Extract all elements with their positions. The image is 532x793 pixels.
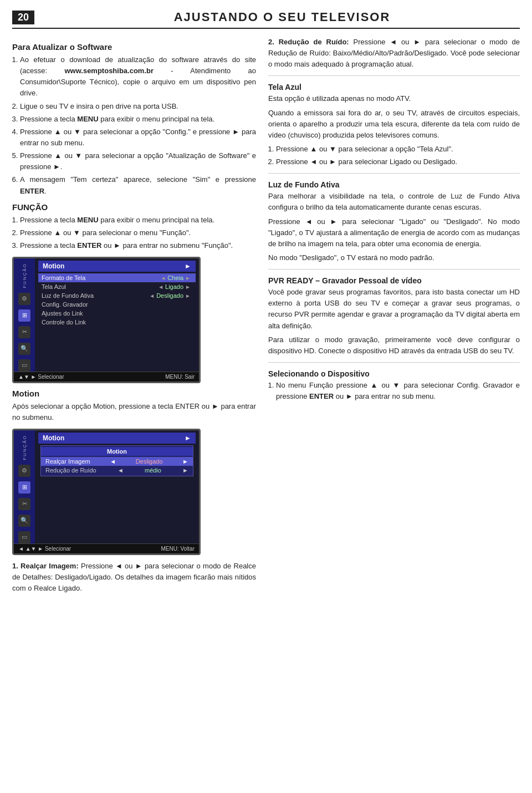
tv2-subitem-0-name: Realçar Imagem [45,458,90,465]
tv-screen-1-inner: FUNÇÃO ⚙ ⊞ ✂ 🔍 ▭ Motion ► [14,258,199,382]
tv1-item-5-name: Controle do Link [42,319,192,326]
list-item: Pressione ▲ ou ▼ para selecionar a opção… [20,126,256,149]
tv2-icon-2: ✂ [18,498,30,510]
list-item: Pressione ◄ ou ► para selecionar Ligado … [276,156,520,167]
tv1-sidebar: FUNÇÃO ⚙ ⊞ ✂ 🔍 ▭ [14,258,35,372]
tv2-menu-title-text: Motion [43,434,64,442]
list-item: Ao efetuar o download de atualização do … [20,54,256,99]
pvr-heading: PVR READY – Gravador Pessoal de vídeo [268,276,520,285]
list-item: Pressione a tecla MENU para exibir o men… [20,114,256,125]
tv2-subitem-1-arrr: ► [182,467,188,474]
tv1-bottom-bar: ▲▼ ► Selecionar MENU: Sair [14,372,199,382]
tv2-icon-3: 🔍 [18,515,30,527]
realcar-text: 1. Realçar Imagem: Pressione ◄ ou ► para… [12,561,256,594]
tela-azul-list: Pressione ▲ ou ▼ para selecionar a opção… [276,144,520,167]
tv2-content: FUNÇÃO ⚙ ⊞ ✂ 🔍 ▭ Motion ► [14,430,199,543]
pvr-heading-text: PVR READY – Gravador Pessoal de vídeo [268,276,422,285]
list-item: Pressione a tecla ENTER ou ► para entrar… [20,240,256,251]
tv1-icon-4: ▭ [18,359,30,372]
list-item: No menu Função pressione ▲ ou ▼ para sel… [276,380,520,402]
reducao-heading: 2. Redução de Ruído: [268,38,354,46]
selecionando-heading-text: Selecionando o Dispositivo [268,369,370,378]
tv2-icon-4: ▭ [18,531,30,543]
luz-fundo-text3: No modo "Desligado", o TV estará no modo… [268,252,520,263]
page-title: AJUSTANDO O SEU TELEVISOR [44,10,520,24]
tv2-menu-title: Motion ► [38,433,196,444]
tv2-subitem-1: Redução de Ruído ◄ médio ► [41,466,193,475]
tv2-sidebar: FUNÇÃO ⚙ ⊞ ✂ 🔍 ▭ [14,430,35,543]
content-columns: Para Atualizar o Software Ao efetuar o d… [12,37,520,597]
tv1-item-5: Controle do Link [38,318,196,327]
list-item: Ligue o seu TV e insira o pen drive na p… [20,101,256,112]
tv1-item-0: Formato de Tela ◄ Cheia ► [38,273,196,282]
tv1-icon-2: ✂ [18,326,30,338]
section1-heading: Para Atualizar o Software [12,42,256,52]
tv1-icon-1: ⊞ [18,309,30,322]
tv2-subitem-0-arrl: ◄ [110,458,116,465]
tv2-icon-0: ⚙ [18,465,30,477]
tela-azul-heading: Tela Azul [268,83,520,92]
tv1-item-2: Luz de Fundo Ativa ◄ Desligado ► [38,291,196,300]
right-column: 2. Redução de Ruído: Pressione ◄ ou ► pa… [268,37,520,597]
tela-azul-text1: Esta opção é utilizada apenas no modo AT… [268,93,520,104]
page-header: 20 AJUSTANDO O SEU TELEVISOR [12,10,520,29]
tv1-item-1-name: Tela Azul [42,283,156,290]
tv2-bottom-right: MENU: Voltar [161,546,195,552]
tv-screen-2-inner: FUNÇÃO ⚙ ⊞ ✂ 🔍 ▭ Motion ► [14,430,199,553]
tv2-subitem-1-val: médio [145,467,161,474]
list-item: Pressione ▲ ou ▼ para selecionar a opção… [276,144,520,155]
page-number: 20 [12,11,34,24]
tv1-item-1: Tela Azul ◄ Ligado ► [38,282,196,291]
pvr-text2: Para utilizar o modo gravação, primeiram… [268,334,520,357]
divider-1 [268,75,520,76]
tv1-item-3: Config. Gravador [38,300,196,309]
tv2-submenu-title: Motion [41,447,193,456]
tv1-item-1-arrl: ◄ [158,284,163,290]
list-item: Pressione ▲ ou ▼ para selecionar a opção… [20,150,256,172]
tv1-bottom-right: MENU: Sair [165,374,195,380]
tv2-subitem-1-name: Redução de Ruído [45,467,96,474]
tv1-item-4-name: Ajustes do Link [42,310,192,317]
tv1-item-0-arrr: ► [185,275,191,281]
tv2-subitem-0-arrr: ► [182,458,188,465]
tv2-bottom-left: ◄ ▲▼ ► Selecionar [18,546,71,552]
luz-fundo-heading: Luz de Fundo Ativa [268,180,520,189]
luz-fundo-text2: Pressione ◄ ou ► para selecionar "Ligado… [268,216,520,250]
tv2-bottom-bar: ◄ ▲▼ ► Selecionar MENU: Voltar [14,543,199,553]
tv1-item-0-name: Formato de Tela [42,274,158,281]
tv1-main: Motion ► Formato de Tela ◄ Cheia ► Tela … [35,258,199,372]
tv1-icon-0: ⚙ [18,293,30,305]
tv1-item-4: Ajustes do Link [38,309,196,318]
tv-screen-1: FUNÇÃO ⚙ ⊞ ✂ 🔍 ▭ Motion ► [12,257,201,383]
pvr-text1: Você pode gravar seus programas favorito… [268,287,520,332]
tv1-item-2-name: Luz de Fundo Ativa [42,292,147,299]
tv1-item-1-val: Ligado [165,283,183,290]
tv2-subitem-0-val: Desligado [136,458,163,465]
page-container: 20 AJUSTANDO O SEU TELEVISOR Para Atuali… [0,0,532,607]
tv2-sidebar-label: FUNÇÃO [22,435,27,460]
tv2-main: Motion ► Motion Realçar Imagem ◄ Desliga… [35,430,199,543]
tv1-item-1-arrr: ► [185,284,191,290]
tv1-menu-title-text: Motion [43,262,64,270]
tv1-item-2-arrr: ► [185,293,191,299]
section2-list: Pressione a tecla MENU para exibir o men… [20,215,256,251]
tv2-icon-1: ⊞ [18,481,30,494]
tv1-item-2-arrl: ◄ [149,293,155,299]
tv1-bottom-left: ▲▼ ► Selecionar [18,374,64,380]
tv1-item-0-arrl: ◄ [160,275,166,281]
section1-list: Ao efetuar o download de atualização do … [20,54,256,197]
realcar-heading: 1. Realçar Imagem: [12,562,81,570]
list-item: Pressione ▲ ou ▼ para selecionar o menu … [20,227,256,238]
tv1-menu-title-arrow: ► [185,262,191,270]
list-item: A mensagem "Tem certeza" aparece, seleci… [20,174,256,196]
tv1-menu-title: Motion ► [38,261,196,272]
tv1-sidebar-label: FUNÇÃO [22,263,27,288]
tv1-item-0-val: Cheia [167,274,183,281]
motion-heading: Motion [12,389,256,398]
divider-3 [268,269,520,270]
tv1-item-2-val: Desligado [156,292,183,299]
selecionando-list: No menu Função pressione ▲ ou ▼ para sel… [276,380,520,402]
left-column: Para Atualizar o Software Ao efetuar o d… [12,37,256,597]
tv2-menu-title-arrow: ► [185,434,191,442]
tv2-subitem-1-arrl: ◄ [117,467,124,474]
